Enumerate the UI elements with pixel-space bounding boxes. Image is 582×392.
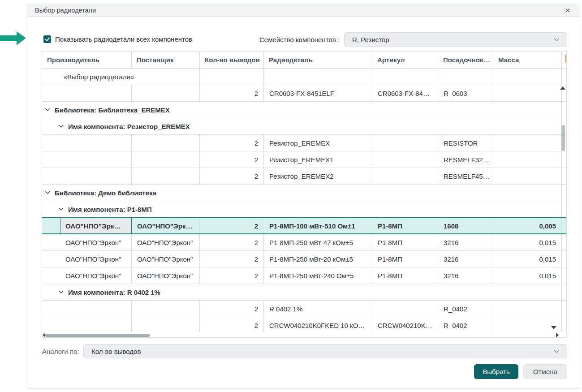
cell-col-5: [372, 168, 438, 184]
cell-col-5: Р1-8МП: [372, 234, 438, 250]
cell-col-7: [493, 301, 562, 317]
group-row-library[interactable]: Библиотека: Библиотека_EREMEX: [42, 102, 566, 118]
cell-col-3: 2: [200, 267, 264, 284]
cell-col-3: 2: [200, 301, 264, 317]
cell-col-5: [372, 135, 438, 151]
empty-cell: [372, 69, 438, 85]
sliver-cell: [562, 251, 566, 267]
cell-col-5: CRCW040210K…: [372, 317, 438, 333]
cancel-button[interactable]: Отмена: [523, 364, 567, 379]
table-row[interactable]: 2Резистор_EREMEX1RESMELF32…: [42, 151, 566, 168]
cell-col-4: Р1-8МП-100 мВт-510 Ом±1: [264, 218, 372, 233]
column-header-6[interactable]: Посадочное…: [438, 52, 493, 68]
sliver-cell: [562, 151, 566, 168]
scroll-left-arrow-icon[interactable]: [43, 333, 45, 337]
cell-col-1: [42, 85, 132, 101]
cell-col-2: [132, 168, 200, 184]
cell-col-2: [132, 85, 200, 101]
cell-col-4: CR0603-FX-8451ELF: [264, 85, 372, 101]
group-row-label: Библиотека: Библиотека_EREMEX: [55, 106, 170, 114]
sliver-cell: [562, 168, 566, 184]
cell-col-6: R_0603: [438, 85, 493, 101]
group-row-library[interactable]: Библиотека: Демо библиотека: [42, 185, 566, 201]
cell-col-2: [132, 151, 200, 168]
table-row[interactable]: ОАО"НПО"Эркон"ОАО"НПО"Эркон"2Р1-8МП-250 …: [42, 267, 566, 284]
pointer-arrow-tail: [0, 35, 17, 41]
table-row[interactable]: ОАО"НПО"Эркон"ОАО"НПО"Эркон"2Р1-8МП-250 …: [42, 251, 566, 267]
chevron-down-icon[interactable]: [59, 290, 64, 294]
cell-manufacturer-focused[interactable]: ОАО"НПО"Эрк…: [60, 218, 132, 233]
chevron-down-icon[interactable]: [45, 191, 50, 194]
show-all-parts-checkbox[interactable]: [43, 35, 51, 43]
cell-col-6: 3216: [438, 267, 493, 284]
horizontal-scrollbar-thumb[interactable]: [45, 334, 150, 337]
analogs-by-value: Кол-во выводов: [84, 348, 141, 355]
cell-col-2: [132, 301, 200, 317]
group-row-label: Библиотека: Демо библиотека: [55, 189, 156, 197]
cell-col-2: ОАО"НПО"Эркон": [132, 267, 200, 284]
group-row-label: Имя компонента: R 0402 1%: [68, 289, 160, 296]
cell-col-7: 0,015: [493, 267, 562, 284]
cell-col-3: 2: [200, 218, 264, 233]
table-row[interactable]: 2R 0402 1%R_0402: [42, 301, 566, 317]
table-row[interactable]: 2CRCW040210K0FKED 10 кО…CRCW040210K…R_04…: [42, 317, 566, 334]
group-row-component[interactable]: Имя компонента: Резистор_EREMEX: [42, 118, 566, 135]
cell-col-2: ОАО"НПО"Эрк…: [132, 218, 200, 233]
cell-col-3: 2: [200, 135, 264, 151]
cell-col-3: 2: [200, 85, 264, 101]
column-header-5[interactable]: Артикул: [372, 52, 438, 68]
chevron-down-icon[interactable]: [59, 207, 64, 211]
column-header-4[interactable]: Радиодеталь: [264, 52, 372, 68]
component-family-label: Семейство компонентов :: [224, 36, 340, 43]
cell-col-7: 0,015: [493, 251, 562, 267]
chevron-down-icon: [554, 38, 560, 42]
cell-col-6: RESMELF45…: [438, 168, 493, 184]
group-row-component[interactable]: Имя компонента: Р1-8МП: [42, 201, 566, 218]
column-header-2[interactable]: Поставщик: [132, 52, 200, 68]
sliver-cell: [562, 69, 566, 85]
analogs-by-select[interactable]: Кол-во выводов: [83, 344, 567, 358]
cell-col-2: [132, 317, 200, 333]
cell-col-6: 1608: [438, 218, 493, 233]
column-header-1[interactable]: Производитель: [42, 52, 132, 68]
cell-col-4: Резистор_EREMEX: [264, 135, 372, 151]
table-row-selected[interactable]: ОАО"НПО"Эрк…ОАО"НПО"Эрк…2Р1-8МП-100 мВт-…: [42, 217, 566, 234]
component-family-select[interactable]: R, Резистор: [344, 32, 567, 47]
close-icon[interactable]: ×: [563, 6, 572, 15]
table-row[interactable]: 2Резистор_EREMEX2RESMELF45…: [42, 168, 566, 185]
cell-col-1: [42, 135, 132, 151]
scroll-up-arrow-icon[interactable]: [560, 86, 565, 90]
table-row[interactable]: ОАО"НПО"Эркон"ОАО"НПО"Эркон"2Р1-8МП-250 …: [42, 234, 566, 251]
scroll-down-arrow-icon[interactable]: [551, 326, 556, 329]
table-row[interactable]: 2CR0603-FX-8451ELFCR0603-FX-84…R_0603: [42, 85, 566, 102]
select-button[interactable]: Выбрать: [474, 364, 518, 379]
cell-col-2: ОАО"НПО"Эркон": [132, 251, 200, 267]
pointer-arrow-annotation: [0, 31, 26, 45]
dialog-titlebar[interactable]: Выбор радиодетали ×: [27, 4, 580, 17]
empty-cell: [438, 69, 493, 85]
sliver-cell: [562, 218, 566, 233]
group-row-component[interactable]: Имя компонента: R 0402 1%: [42, 284, 566, 301]
parts-table: ПроизводительПоставщикКол-во выводовРади…: [42, 51, 567, 338]
group-row-label: Имя компонента: Резистор_EREMEX: [68, 123, 190, 130]
empty-cell: [493, 69, 562, 85]
cell-col-7: [493, 317, 562, 333]
cell-col-1: [42, 317, 132, 333]
sliver-cell: [562, 201, 566, 217]
chevron-down-icon[interactable]: [59, 125, 64, 128]
column-header-7[interactable]: Масса: [493, 52, 562, 68]
column-header-3[interactable]: Кол-во выводов: [200, 52, 264, 68]
cell-col-6: R_0402: [438, 317, 493, 333]
chevron-down-icon[interactable]: [45, 108, 50, 112]
vertical-scrollbar-thumb[interactable]: [561, 125, 565, 151]
sliver-cell: [562, 301, 566, 317]
cell-col-4: Р1-8МП-250 мВт-47 кОм±5: [264, 234, 372, 250]
scroll-right-arrow-icon[interactable]: [556, 333, 559, 337]
table-row-family-placeholder[interactable]: «Выбор радиодетали»: [42, 69, 566, 85]
row-indent-cell: [42, 218, 60, 233]
cell-col-5: Р1-8МП: [372, 251, 438, 267]
cell-col-4: Р1-8МП-250 мВт-240 Ом±5: [264, 267, 372, 284]
table-row[interactable]: 2Резистор_EREMEXRESISTOR: [42, 135, 566, 151]
cell-col-4: R 0402 1%: [264, 301, 372, 317]
cell-col-3: 2: [200, 251, 264, 267]
